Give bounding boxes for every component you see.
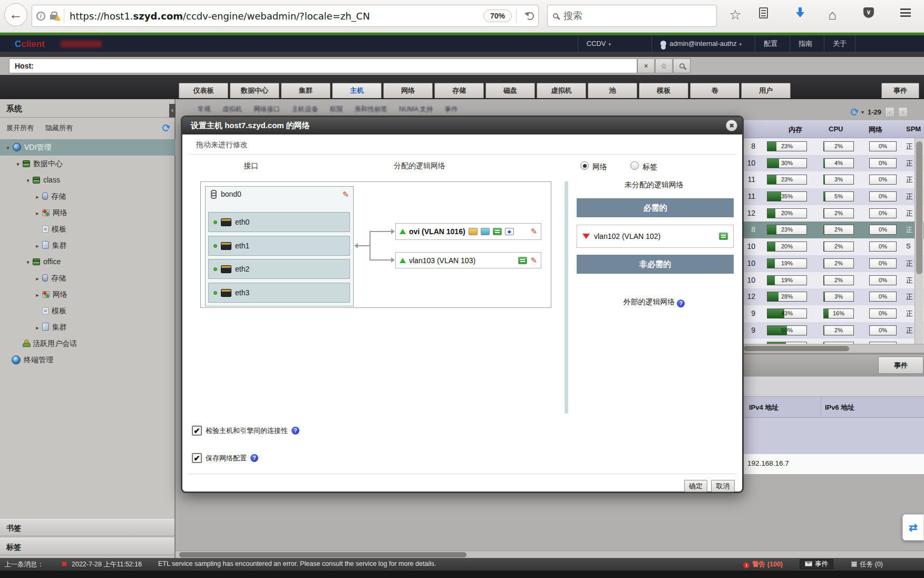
- downloads-icon[interactable]: [796, 7, 804, 18]
- radio-networks-label[interactable]: 网络: [592, 162, 607, 172]
- tree-item-class-networks[interactable]: ▸网络: [0, 205, 176, 221]
- tags-panel-header[interactable]: 标签: [0, 538, 174, 555]
- about-link[interactable]: 关于: [824, 35, 855, 52]
- edit-pencil-icon[interactable]: ✎: [342, 190, 349, 199]
- zoom-level-badge[interactable]: 70%: [483, 9, 512, 22]
- reload-icon[interactable]: [526, 12, 534, 20]
- close-icon[interactable]: ✖: [726, 120, 737, 131]
- tab-hosts[interactable]: 主机: [332, 83, 382, 98]
- tree-item-office-storage[interactable]: ▸存储: [0, 270, 176, 286]
- tree-item-class-templates[interactable]: 模板: [0, 221, 176, 237]
- help-icon[interactable]: ?: [250, 454, 258, 462]
- remote-support-widget[interactable]: ⇄: [902, 514, 924, 541]
- events-panel-button[interactable]: 事件: [878, 357, 923, 374]
- bond-row[interactable]: bond0 ✎: [211, 190, 349, 203]
- unassigned-network-vlan102[interactable]: vlan102 (VLAN 102): [577, 225, 734, 248]
- assigned-network-vlan103[interactable]: vlan103 (VLAN 103) ✎: [395, 252, 541, 268]
- prev-page-button[interactable]: ‹: [885, 107, 894, 117]
- assigned-network-ovi[interactable]: ovi (VLAN 1016) ◆ ✎: [395, 223, 541, 240]
- menu-icon[interactable]: [900, 8, 911, 17]
- ok-button[interactable]: 确定: [684, 480, 707, 492]
- expand-all-link[interactable]: 展开所有: [6, 123, 34, 133]
- back-button[interactable]: ←: [4, 3, 27, 26]
- config-link[interactable]: 配置: [755, 35, 786, 52]
- scrollbar-thumb[interactable]: [179, 552, 466, 557]
- tree-item-class-storage[interactable]: ▸存储: [0, 188, 176, 205]
- tab-cluster[interactable]: 集群: [281, 83, 330, 98]
- col-ipv6[interactable]: IPv6 地址: [825, 403, 854, 412]
- home-icon[interactable]: ⌂: [823, 7, 841, 23]
- tree-item-office[interactable]: ▾office: [0, 254, 176, 270]
- col-memory[interactable]: 内存: [789, 125, 802, 134]
- events-footer-button[interactable]: 事件: [800, 560, 833, 569]
- chevron-down-icon[interactable]: ▾: [861, 109, 864, 115]
- cancel-button[interactable]: 取消: [711, 480, 735, 492]
- bookmark-star-icon[interactable]: ☆: [726, 7, 744, 23]
- tab-vms[interactable]: 虚拟机: [537, 83, 586, 98]
- tab-networks[interactable]: 网络: [383, 83, 433, 98]
- tab-events[interactable]: 事件: [881, 83, 919, 98]
- refresh-icon[interactable]: [851, 109, 858, 115]
- status-message[interactable]: ETL service sampling has encountered an …: [158, 560, 436, 567]
- col-ipv4[interactable]: IPv4 地址: [749, 403, 779, 412]
- edit-pencil-icon[interactable]: ✎: [530, 256, 537, 265]
- sidebar-collapse-button[interactable]: ‹: [169, 104, 176, 118]
- help-icon[interactable]: ?: [677, 300, 685, 307]
- subtab-host-devices[interactable]: 主机设备: [292, 105, 318, 115]
- tree-item-office-templates[interactable]: 模板: [0, 303, 176, 319]
- radio-networks[interactable]: [580, 161, 589, 170]
- clear-search-button[interactable]: ×: [637, 59, 655, 73]
- checkbox-checked[interactable]: ✔: [192, 453, 202, 463]
- tree-item-datacenters[interactable]: ▾数据中心: [0, 156, 176, 172]
- tree-item-terminal-management[interactable]: 终端管理: [0, 352, 176, 368]
- nic-row-eth3[interactable]: eth3: [208, 283, 350, 303]
- subtab-affinity-labels[interactable]: 亲和性标签: [355, 105, 388, 115]
- radio-labels-label[interactable]: 标签: [643, 162, 657, 172]
- tab-volumes[interactable]: 卷: [690, 83, 740, 98]
- guide-link[interactable]: 指南: [790, 35, 821, 52]
- edit-pencil-icon[interactable]: ✎: [530, 227, 537, 236]
- col-spm[interactable]: SPM: [906, 125, 921, 133]
- insecure-lock-icon[interactable]: [50, 15, 56, 20]
- tab-users[interactable]: 用户: [741, 83, 791, 98]
- bond-container[interactable]: bond0 ✎ eth0 eth1 eth2 eth3: [205, 186, 354, 306]
- tab-datacenter[interactable]: 数据中心: [230, 83, 279, 98]
- dialog-title[interactable]: 设置主机 host7.szyd.com 的网络: [182, 117, 742, 134]
- pocket-icon[interactable]: ∨: [863, 7, 874, 18]
- subtab-events[interactable]: 事件: [445, 105, 458, 115]
- checkbox-checked[interactable]: ✔: [192, 426, 202, 436]
- user-menu[interactable]: admin@internal-authz▾: [651, 35, 750, 52]
- tree-refresh-icon[interactable]: [162, 124, 169, 131]
- bookmarks-panel-header[interactable]: 书签: [0, 519, 174, 536]
- subtab-vms[interactable]: 虚拟机: [222, 105, 242, 115]
- next-page-button[interactable]: ›: [898, 107, 908, 117]
- site-info-icon[interactable]: i: [36, 12, 45, 21]
- subtab-numa[interactable]: NUMA 支持: [399, 105, 433, 115]
- tab-templates[interactable]: 模板: [639, 83, 688, 98]
- tree-item-office-networks[interactable]: ▸网络: [0, 286, 176, 303]
- subtab-permissions[interactable]: 权限: [330, 105, 343, 115]
- bookmark-search-button[interactable]: ☆: [655, 59, 673, 73]
- col-cpu[interactable]: CPU: [829, 125, 843, 133]
- nic-row-eth0[interactable]: eth0: [208, 212, 350, 232]
- subtab-network-interfaces[interactable]: 网络接口: [254, 105, 280, 115]
- system-menu[interactable]: CCDV▾: [578, 35, 619, 52]
- help-icon[interactable]: ?: [291, 427, 299, 435]
- nic-row-eth1[interactable]: eth1: [208, 236, 350, 256]
- nic-row-eth2[interactable]: eth2: [208, 259, 350, 279]
- tree-item-class[interactable]: ▾class: [0, 172, 176, 188]
- bookmarks-menu-icon[interactable]: [759, 7, 768, 18]
- url-bar[interactable]: i https://host1.szyd.com/ccdv-engine/web…: [32, 5, 539, 27]
- collapse-all-link[interactable]: 隐藏所有: [45, 123, 73, 133]
- tab-pools[interactable]: 池: [588, 83, 637, 98]
- tree-item-active-user-sessions[interactable]: 活跃用户会话: [0, 335, 176, 352]
- tree-item-vdi-management[interactable]: ▾VDI管理: [0, 139, 176, 156]
- tab-dashboard[interactable]: 仪表板: [179, 83, 228, 98]
- scrollbar-thumb[interactable]: [916, 141, 922, 274]
- main-horizontal-scrollbar[interactable]: [176, 551, 924, 558]
- tasks-counter[interactable]: 任务 (0): [851, 560, 883, 569]
- tab-storage[interactable]: 存储: [434, 83, 484, 98]
- table-vertical-scrollbar[interactable]: [915, 138, 923, 344]
- tree-item-office-clusters[interactable]: ▸集群: [0, 319, 176, 335]
- tab-disks[interactable]: 磁盘: [485, 83, 535, 98]
